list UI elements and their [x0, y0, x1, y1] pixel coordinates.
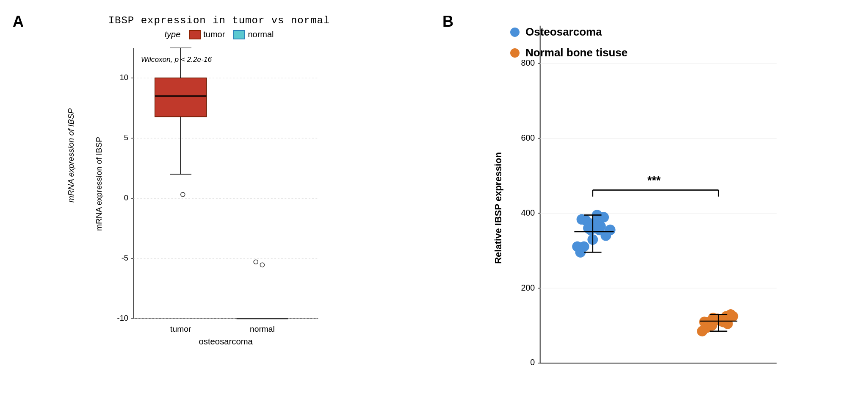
panel-a-legend: type tumor normal: [164, 30, 274, 39]
svg-point-29: [254, 260, 258, 264]
legend-normal-label: normal: [248, 30, 274, 39]
legend-type-label: type: [164, 30, 180, 39]
svg-text:5: 5: [124, 133, 128, 142]
figure-container: A IBSP expression in tumor vs normal typ…: [0, 0, 868, 416]
svg-text:200: 200: [521, 283, 535, 292]
chart-area-a: mRNA expression of IBSP -10 -5 0 5: [75, 44, 363, 361]
legend-normal-box: [233, 30, 245, 39]
panel-a: A IBSP expression in tumor vs normal typ…: [4, 8, 434, 408]
svg-text:Wilcoxon, p < 2.2e-16: Wilcoxon, p < 2.2e-16: [141, 55, 212, 64]
svg-text:10: 10: [119, 73, 128, 82]
y-axis-a: mRNA expression of IBSP: [94, 137, 103, 231]
svg-text:0: 0: [124, 193, 128, 202]
svg-text:normal: normal: [249, 324, 274, 333]
svg-text:-5: -5: [121, 253, 128, 262]
svg-text:400: 400: [521, 208, 535, 217]
svg-text:tumor: tumor: [170, 324, 191, 333]
legend-normal-item: normal: [233, 30, 274, 39]
svg-point-51: [598, 212, 609, 222]
panel-b-label: B: [442, 13, 453, 31]
svg-text:800: 800: [521, 58, 535, 67]
plot-svg-b: 0 200 400 600 800: [485, 17, 832, 398]
svg-text:***: ***: [647, 174, 661, 187]
svg-text:0: 0: [530, 358, 535, 367]
svg-point-83: [718, 317, 729, 327]
svg-point-79: [697, 326, 708, 336]
svg-text:osteosarcoma: osteosarcoma: [199, 337, 253, 344]
svg-point-61: [595, 221, 606, 232]
legend-tumor-box: [189, 30, 201, 39]
svg-point-27: [180, 192, 185, 197]
svg-text:-10: -10: [117, 313, 128, 322]
y-axis-label-a: mRNA expression of IBSP: [66, 108, 76, 202]
svg-point-63: [585, 221, 596, 232]
svg-point-30: [260, 263, 264, 267]
panel-b: B Osteosarcoma Normal bone tisuse Relati…: [434, 8, 864, 408]
svg-rect-21: [155, 78, 206, 116]
svg-point-62: [605, 225, 616, 235]
svg-text:600: 600: [521, 133, 535, 142]
legend-tumor-item: tumor: [189, 30, 225, 39]
panel-a-title: IBSP expression in tumor vs normal: [108, 15, 330, 26]
svg-point-81: [727, 311, 738, 322]
legend-tumor-label: tumor: [203, 30, 225, 39]
panel-a-label: A: [13, 13, 24, 31]
plot-svg-a: -10 -5 0 5 10 tumor normal: [97, 44, 342, 344]
